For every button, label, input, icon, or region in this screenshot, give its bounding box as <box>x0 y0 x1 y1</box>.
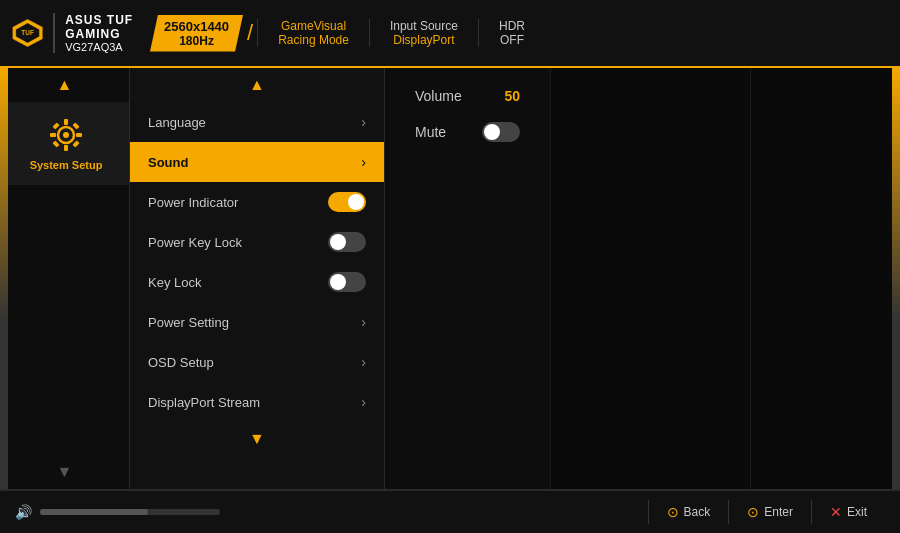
input-value: DisplayPort <box>393 33 454 47</box>
displayport-stream-arrow: › <box>361 394 366 410</box>
enter-label: Enter <box>764 505 793 519</box>
sidebar-scroll-up[interactable]: ▲ <box>57 68 73 102</box>
svg-rect-7 <box>50 133 56 137</box>
menu-item-language[interactable]: Language › <box>130 102 384 142</box>
sidebar-item-system-setup[interactable]: System Setup <box>0 102 129 185</box>
gamevisual-label: GameVisual <box>281 19 346 33</box>
power-setting-arrow: › <box>361 314 366 330</box>
menu-item-sound[interactable]: Sound › <box>130 142 384 182</box>
language-arrow: › <box>361 114 366 130</box>
sound-arrow: › <box>361 154 366 170</box>
osd-setup-arrow: › <box>361 354 366 370</box>
content-panel: Volume 50 Mute <box>385 68 550 489</box>
volume-bar <box>40 509 220 515</box>
hdr-section: HDR OFF <box>478 19 545 47</box>
asus-tuf-logo: TUF <box>10 8 45 58</box>
right-accent-bar <box>892 68 900 489</box>
volume-icon: 🔊 <box>15 504 32 520</box>
svg-rect-8 <box>76 133 82 137</box>
system-setup-icon <box>47 116 85 154</box>
mute-toggle-knob <box>484 124 500 140</box>
right-panel-2 <box>750 68 900 489</box>
footer-volume-area: 🔊 <box>15 504 220 520</box>
menu-item-key-lock[interactable]: Key Lock <box>130 262 384 302</box>
mute-label: Mute <box>415 124 446 140</box>
resolution: 2560x1440 <box>164 19 229 34</box>
toggle-knob <box>330 234 346 250</box>
back-button[interactable]: ⊙ Back <box>649 504 729 520</box>
toggle-knob <box>330 274 346 290</box>
enter-button[interactable]: ⊙ Enter <box>729 504 811 520</box>
volume-row: Volume 50 <box>415 88 520 104</box>
main-content: ▲ System Setup ▼ ▲ Language <box>0 68 900 489</box>
refresh-rate: 180Hz <box>179 34 214 48</box>
gamevisual-section: GameVisual Racing Mode <box>257 19 369 47</box>
menu-panel: ▲ Language › Sound › Power Indicator Pow… <box>130 68 385 489</box>
svg-rect-11 <box>52 140 59 147</box>
footer: 🔊 ⊙ Back ⊙ Enter ✕ Exit <box>0 489 900 533</box>
back-label: Back <box>684 505 711 519</box>
input-source-section: Input Source DisplayPort <box>369 19 478 47</box>
monitor-brand: ASUS TUF GAMING <box>65 13 140 41</box>
sidebar: ▲ System Setup ▼ <box>0 68 130 489</box>
key-lock-label: Key Lock <box>148 275 201 290</box>
exit-icon: ✕ <box>830 504 842 520</box>
monitor-model: VG27AQ3A <box>65 41 122 53</box>
menu-scroll-up[interactable]: ▲ <box>130 68 384 102</box>
menu-item-power-indicator[interactable]: Power Indicator <box>130 182 384 222</box>
power-indicator-toggle[interactable] <box>328 192 366 212</box>
svg-rect-5 <box>64 119 68 125</box>
key-lock-toggle[interactable] <box>328 272 366 292</box>
exit-button[interactable]: ✕ Exit <box>812 504 885 520</box>
displayport-stream-label: DisplayPort Stream <box>148 395 260 410</box>
mute-toggle[interactable] <box>482 122 520 142</box>
enter-icon: ⊙ <box>747 504 759 520</box>
hdr-label: HDR <box>499 19 525 33</box>
menu-item-osd-setup[interactable]: OSD Setup › <box>130 342 384 382</box>
menu-item-power-setting[interactable]: Power Setting › <box>130 302 384 342</box>
language-label: Language <box>148 115 206 130</box>
svg-rect-6 <box>64 145 68 151</box>
resolution-area: 2560x1440 180Hz <box>150 15 243 52</box>
right-panel-1 <box>550 68 750 489</box>
left-accent-bar <box>0 68 8 489</box>
svg-point-4 <box>63 132 69 138</box>
gamevisual-value: Racing Mode <box>278 33 349 47</box>
hdr-value: OFF <box>500 33 524 47</box>
svg-text:TUF: TUF <box>21 29 34 36</box>
power-key-lock-label: Power Key Lock <box>148 235 242 250</box>
volume-fill <box>40 509 148 515</box>
volume-label: Volume <box>415 88 462 104</box>
sidebar-scroll-down[interactable]: ▼ <box>57 455 73 489</box>
power-indicator-label: Power Indicator <box>148 195 238 210</box>
power-setting-label: Power Setting <box>148 315 229 330</box>
exit-label: Exit <box>847 505 867 519</box>
mute-row: Mute <box>415 122 520 142</box>
toggle-knob <box>348 194 364 210</box>
input-label: Input Source <box>390 19 458 33</box>
power-key-lock-toggle[interactable] <box>328 232 366 252</box>
sidebar-item-label: System Setup <box>30 159 103 171</box>
svg-rect-12 <box>72 140 79 147</box>
menu-scroll-down[interactable]: ▼ <box>130 422 384 456</box>
header: TUF ASUS TUF GAMING VG27AQ3A 2560x1440 1… <box>0 0 900 68</box>
volume-value: 50 <box>480 88 520 104</box>
logo-area: TUF ASUS TUF GAMING VG27AQ3A <box>10 8 140 58</box>
menu-item-power-key-lock[interactable]: Power Key Lock <box>130 222 384 262</box>
svg-rect-10 <box>72 122 79 129</box>
menu-item-displayport-stream[interactable]: DisplayPort Stream › <box>130 382 384 422</box>
back-icon: ⊙ <box>667 504 679 520</box>
diagonal-accent: / <box>247 20 253 46</box>
osd-setup-label: OSD Setup <box>148 355 214 370</box>
sound-label: Sound <box>148 155 188 170</box>
svg-rect-9 <box>52 122 59 129</box>
monitor-info: ASUS TUF GAMING VG27AQ3A <box>53 13 140 53</box>
